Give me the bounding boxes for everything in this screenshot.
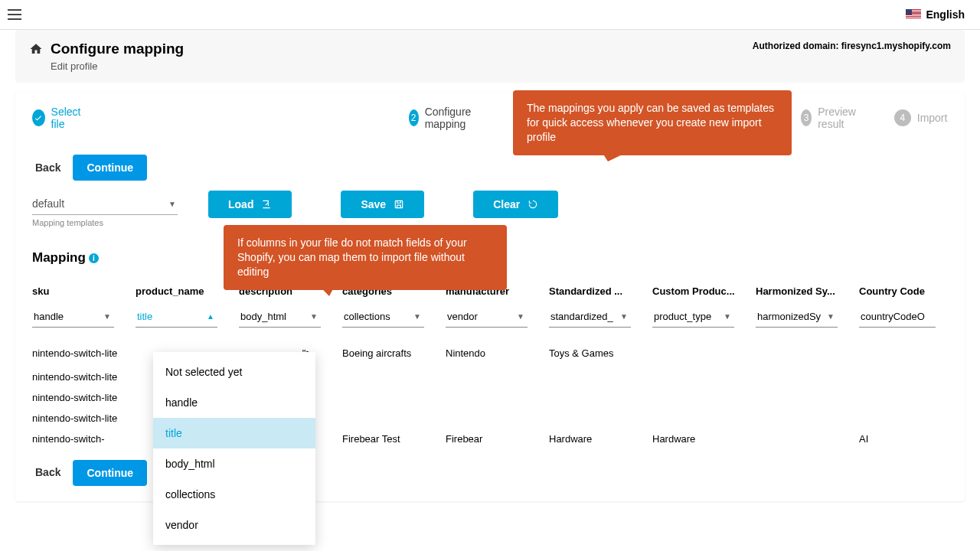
step-label: Configure mapping	[425, 106, 479, 130]
page-title: Configure mapping	[51, 41, 184, 57]
callout-templates: The mappings you apply can be saved as t…	[513, 90, 792, 155]
page-subtitle: Edit profile	[51, 60, 184, 72]
mapping-template-value: default	[32, 197, 64, 210]
chevron-down-icon: ▼	[827, 312, 835, 321]
field-select-harmonized[interactable]: harmonizedSy▼	[756, 308, 838, 328]
dropdown-option[interactable]: vendor	[153, 510, 315, 540]
home-icon	[29, 42, 43, 56]
chevron-down-icon: ▼	[413, 312, 421, 321]
language-selector[interactable]: English	[906, 8, 965, 21]
dropdown-option-selected[interactable]: title	[153, 418, 315, 448]
callout-mapping: If columns in your file do not match fie…	[224, 225, 507, 290]
continue-button[interactable]: Continue	[73, 155, 147, 181]
stepper: Select file 2 Configure mapping 3 Previe…	[15, 92, 965, 155]
step-preview-result[interactable]: 3 Preview result	[801, 106, 862, 130]
field-dropdown: Not selected yet handle title body_html …	[153, 352, 315, 545]
col-header: sku	[32, 279, 136, 308]
chevron-down-icon: ▼	[310, 312, 318, 321]
chevron-down-icon: ▼	[103, 312, 111, 321]
save-button[interactable]: Save	[341, 191, 424, 218]
clear-button[interactable]: Clear	[473, 191, 558, 218]
field-select-categories[interactable]: collections▼	[342, 308, 424, 328]
field-select-custom-product[interactable]: product_type▼	[652, 308, 734, 328]
field-select-standardized[interactable]: standardized_▼	[549, 308, 631, 328]
nav-row-top: Back Continue	[15, 155, 965, 194]
field-select-product-name[interactable]: title▲	[136, 308, 217, 328]
dropdown-option[interactable]: body_html	[153, 448, 315, 479]
field-select-country-code[interactable]: countryCodeO	[859, 308, 936, 328]
check-icon	[34, 113, 43, 122]
field-select-sku[interactable]: handle▼	[32, 308, 114, 328]
step-label: Import	[917, 112, 948, 124]
info-icon[interactable]: i	[89, 253, 99, 263]
svg-rect-0	[395, 201, 402, 207]
chevron-down-icon: ▼	[517, 312, 524, 321]
back-button[interactable]: Back	[32, 460, 64, 486]
field-select-description[interactable]: body_html▼	[239, 308, 321, 328]
step-label: Preview result	[818, 106, 861, 130]
dropdown-option[interactable]: Not selected yet	[153, 357, 315, 387]
col-header: Country Code	[859, 279, 936, 308]
chevron-down-icon: ▼	[620, 312, 628, 321]
dropdown-option[interactable]: handle	[153, 387, 315, 418]
menu-icon[interactable]	[8, 5, 26, 24]
chevron-down-icon: ▼	[168, 200, 176, 208]
load-button[interactable]: Load	[208, 191, 292, 218]
mapping-template-help: Mapping templates	[32, 218, 178, 227]
flag-us-icon	[906, 9, 921, 20]
clear-icon	[528, 199, 538, 210]
topbar: English	[0, 0, 980, 30]
field-select-manufacturer[interactable]: vendor▼	[446, 308, 528, 328]
back-button[interactable]: Back	[32, 155, 64, 180]
chevron-up-icon: ▲	[207, 312, 214, 321]
col-header: Harmonized Sy...	[756, 279, 859, 308]
page-header: Configure mapping Edit profile Authorize…	[15, 30, 965, 83]
authorized-domain: Authorized domain: firesync1.myshopify.c…	[753, 41, 951, 51]
col-header: Standardized ...	[549, 279, 652, 308]
dropdown-option[interactable]: collections	[153, 479, 315, 510]
language-label: English	[926, 8, 965, 21]
continue-button[interactable]: Continue	[73, 460, 147, 486]
load-icon	[261, 199, 272, 210]
mapping-template-select[interactable]: default ▼ Mapping templates	[32, 194, 178, 227]
save-icon	[394, 199, 404, 210]
step-import[interactable]: 4 Import	[894, 109, 948, 126]
step-select-file[interactable]: Select file	[32, 106, 86, 130]
step-configure-mapping[interactable]: 2 Configure mapping	[409, 106, 479, 130]
chevron-down-icon: ▼	[724, 312, 731, 321]
col-header: Custom Produc...	[652, 279, 756, 308]
step-label: Select file	[51, 106, 87, 130]
